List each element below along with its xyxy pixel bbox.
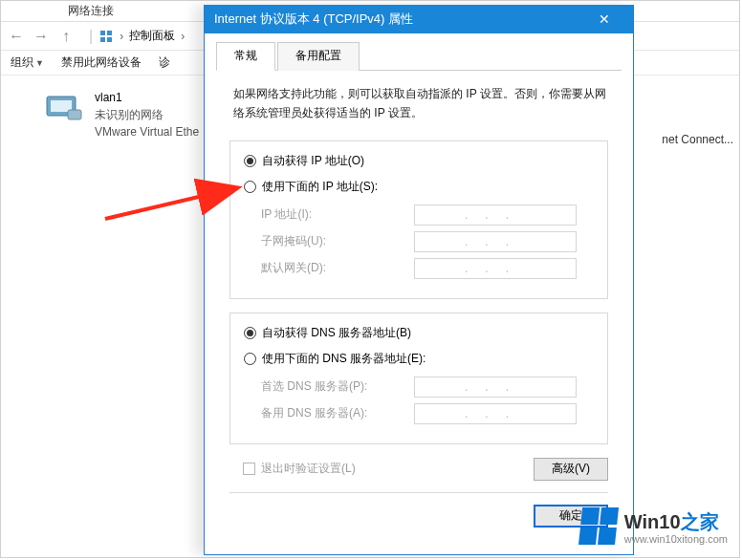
- dialog-title: Internet 协议版本 4 (TCP/IPv4) 属性: [214, 11, 413, 28]
- watermark: Win10之家 www.win10xitong.com: [580, 507, 728, 546]
- adapter-name: vlan1: [95, 89, 199, 106]
- svg-rect-2: [68, 110, 81, 119]
- partial-adapter-label: net Connect...: [662, 133, 733, 146]
- radio-icon: [244, 327, 256, 339]
- radio-auto-ip-label: 自动获得 IP 地址(O): [262, 153, 364, 169]
- radio-auto-ip[interactable]: 自动获得 IP 地址(O): [244, 153, 594, 169]
- validate-checkbox[interactable]: [243, 463, 255, 475]
- watermark-url: www.win10xitong.com: [624, 533, 728, 545]
- tab-alternate[interactable]: 备用配置: [277, 42, 360, 71]
- alternate-dns-input[interactable]: ...: [414, 403, 577, 424]
- alternate-dns-label: 备用 DNS 服务器(A):: [261, 405, 414, 421]
- breadcrumb-item[interactable]: 控制面板: [129, 28, 175, 44]
- ip-address-label: IP 地址(I):: [261, 206, 414, 223]
- radio-icon: [244, 353, 256, 365]
- subnet-mask-input[interactable]: ...: [414, 231, 577, 252]
- forward-icon[interactable]: →: [32, 27, 51, 46]
- adapter-description: VMware Virtual Ethe: [95, 123, 199, 140]
- dialog-description: 如果网络支持此功能，则可以获取自动指派的 IP 设置。否则，你需要从网络系统管理…: [216, 71, 622, 133]
- chevron-down-icon: ▼: [35, 58, 44, 68]
- ipv4-properties-dialog: Internet 协议版本 4 (TCP/IPv4) 属性 ✕ 常规 备用配置 …: [204, 5, 634, 555]
- default-gateway-label: 默认网关(D):: [261, 260, 414, 276]
- close-icon[interactable]: ✕: [585, 11, 623, 27]
- validate-label: 退出时验证设置(L): [261, 461, 356, 477]
- tab-general[interactable]: 常规: [216, 42, 275, 71]
- watermark-suffix: 之家: [681, 511, 719, 532]
- control-panel-icon: [98, 29, 114, 44]
- dialog-titlebar: Internet 协议版本 4 (TCP/IPv4) 属性 ✕: [205, 5, 633, 33]
- radio-manual-ip-label: 使用下面的 IP 地址(S):: [262, 179, 378, 195]
- radio-manual-dns-label: 使用下面的 DNS 服务器地址(E):: [262, 351, 426, 367]
- radio-manual-ip[interactable]: 使用下面的 IP 地址(S):: [244, 179, 594, 195]
- toolbar-diagnose[interactable]: 诊: [159, 54, 170, 71]
- advanced-button[interactable]: 高级(V): [534, 458, 608, 481]
- radio-icon: [244, 181, 256, 193]
- subnet-mask-label: 子网掩码(U):: [261, 233, 414, 249]
- toolbar-disable-device[interactable]: 禁用此网络设备: [61, 54, 142, 71]
- ip-group: 自动获得 IP 地址(O) 使用下面的 IP 地址(S): IP 地址(I): …: [229, 140, 608, 299]
- back-icon[interactable]: ←: [7, 27, 26, 46]
- network-adapter-icon: [45, 89, 85, 123]
- chevron-right-icon: ›: [181, 30, 185, 43]
- default-gateway-input[interactable]: ...: [414, 258, 577, 279]
- preferred-dns-input[interactable]: ...: [414, 377, 577, 398]
- up-icon[interactable]: ↑: [56, 27, 76, 46]
- adapter-status: 未识别的网络: [95, 106, 199, 123]
- windows-logo-icon: [578, 507, 621, 546]
- window-title-text: 网络连接: [68, 3, 114, 19]
- ip-address-input[interactable]: ...: [414, 205, 577, 226]
- chevron-right-icon: ›: [120, 30, 123, 43]
- watermark-main: Win10: [624, 511, 681, 532]
- radio-icon: [244, 155, 256, 167]
- toolbar-organize[interactable]: 组织▼: [11, 54, 44, 71]
- radio-auto-dns-label: 自动获得 DNS 服务器地址(B): [262, 325, 411, 341]
- dns-group: 自动获得 DNS 服务器地址(B) 使用下面的 DNS 服务器地址(E): 首选…: [229, 312, 608, 444]
- preferred-dns-label: 首选 DNS 服务器(P):: [261, 378, 414, 395]
- tab-bar: 常规 备用配置: [216, 41, 622, 71]
- radio-auto-dns[interactable]: 自动获得 DNS 服务器地址(B): [244, 325, 594, 341]
- divider: [229, 492, 608, 493]
- radio-manual-dns[interactable]: 使用下面的 DNS 服务器地址(E):: [244, 351, 594, 367]
